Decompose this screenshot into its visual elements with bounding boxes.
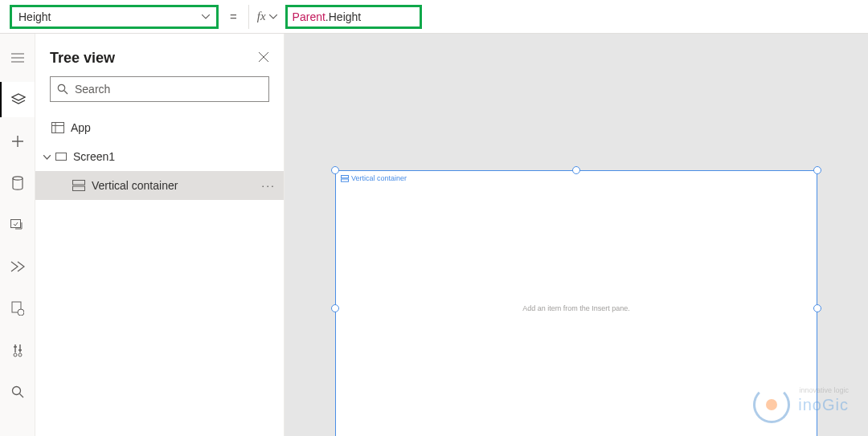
watermark-subtitle: innovative logic <box>799 386 849 394</box>
resize-handle-ml[interactable] <box>331 304 339 312</box>
layers-icon <box>11 93 26 106</box>
tree-list: App Screen1 Vertical container ··· <box>35 113 284 436</box>
resize-handle-tr[interactable] <box>813 166 821 174</box>
hamburger-icon <box>11 53 24 63</box>
tree-item-vertical-container[interactable]: Vertical container ··· <box>35 171 284 200</box>
formula-input[interactable]: Parent.Height <box>285 5 422 29</box>
canvas-area[interactable]: Vertical container Add an item from the … <box>285 34 868 436</box>
advanced-tools-button[interactable] <box>0 332 35 368</box>
tree-search-input[interactable]: Search <box>50 76 269 102</box>
tools-icon <box>12 343 23 357</box>
selected-control-label: Vertical container <box>341 174 407 182</box>
left-rail <box>0 34 35 436</box>
svg-point-5 <box>18 353 22 357</box>
search-button[interactable] <box>0 374 35 410</box>
media-icon <box>10 219 25 230</box>
fx-label: fx <box>257 10 266 23</box>
svg-point-6 <box>12 387 20 395</box>
more-options-button[interactable]: ··· <box>261 179 276 192</box>
search-icon <box>57 84 68 95</box>
flow-icon <box>10 261 25 272</box>
search-placeholder: Search <box>75 83 110 96</box>
power-automate-button[interactable] <box>0 249 35 284</box>
tree-item-label: App <box>71 121 91 134</box>
formula-token-parent: Parent <box>293 10 326 23</box>
data-button[interactable] <box>0 165 35 201</box>
resize-handle-tm[interactable] <box>572 166 580 174</box>
tree-item-label: Vertical container <box>92 179 178 192</box>
tree-title: Tree view <box>50 50 115 67</box>
chevron-down-icon <box>269 14 277 19</box>
formula-bar: Height = fx Parent.Height <box>0 0 868 34</box>
svg-rect-11 <box>342 175 349 177</box>
tree-panel: Tree view Search App Screen1 <box>35 34 285 436</box>
equals-sign: = <box>230 10 237 23</box>
tree-item-label: Screen1 <box>73 150 115 163</box>
close-icon <box>258 51 269 63</box>
app-icon <box>51 122 64 133</box>
svg-rect-12 <box>342 179 349 181</box>
hamburger-button[interactable] <box>0 40 35 75</box>
chevron-down-icon <box>202 14 210 19</box>
property-selector-value: Height <box>18 10 51 23</box>
resize-handle-tl[interactable] <box>331 166 339 174</box>
svg-point-0 <box>13 177 23 180</box>
media-button[interactable] <box>0 207 35 242</box>
svg-point-3 <box>18 309 24 316</box>
resize-handle-mr[interactable] <box>813 304 821 312</box>
watermark-logo-icon <box>753 386 790 423</box>
vertical-container-icon <box>341 175 349 182</box>
watermark-brand: inoGic <box>798 396 849 414</box>
database-icon <box>12 176 23 190</box>
globe-variable-icon <box>11 301 24 316</box>
chevron-down-icon <box>43 152 51 161</box>
insert-button[interactable] <box>0 124 35 159</box>
watermark: innovative logic inoGic <box>753 386 849 423</box>
vertical-container-icon <box>72 180 85 191</box>
property-selector[interactable]: Height <box>10 5 219 29</box>
tree-item-screen1[interactable]: Screen1 <box>35 142 284 171</box>
tree-item-app[interactable]: App <box>35 113 284 142</box>
plus-icon <box>11 135 24 148</box>
close-panel-button[interactable] <box>258 50 269 67</box>
formula-token-member: Height <box>329 10 361 23</box>
canvas-empty-hint: Add an item from the Insert pane. <box>522 304 630 312</box>
svg-rect-1 <box>10 220 20 228</box>
screen-icon <box>55 153 67 161</box>
search-icon <box>11 385 24 398</box>
fx-button[interactable]: fx <box>248 5 286 29</box>
svg-rect-9 <box>73 181 85 185</box>
svg-rect-8 <box>52 123 64 133</box>
selected-control-vertical-container[interactable]: Vertical container Add an item from the … <box>335 170 817 436</box>
variables-button[interactable] <box>0 291 35 326</box>
tree-view-button[interactable] <box>0 82 35 117</box>
svg-point-4 <box>14 353 17 357</box>
svg-point-7 <box>58 84 64 91</box>
svg-rect-10 <box>73 186 85 191</box>
